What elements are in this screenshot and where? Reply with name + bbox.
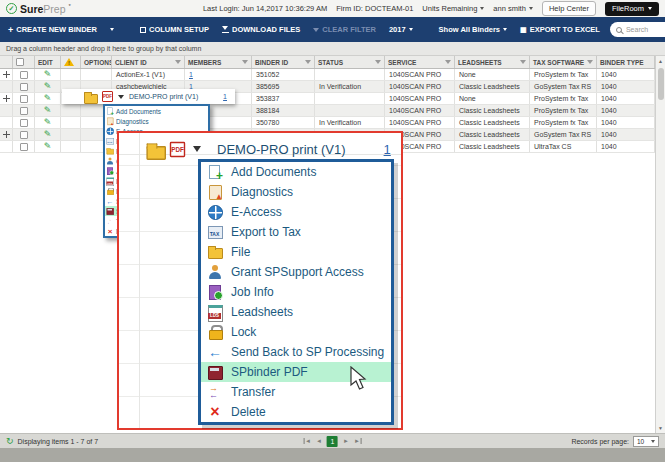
delete-icon bbox=[106, 227, 114, 235]
prev-page-button[interactable]: ◄ bbox=[316, 438, 322, 444]
pdf-icon[interactable] bbox=[102, 91, 113, 102]
column-header-service[interactable]: SERVICE bbox=[385, 56, 455, 68]
row-drag-handle[interactable] bbox=[3, 71, 10, 78]
last-page-button[interactable]: ► bbox=[354, 438, 362, 444]
row-checkbox[interactable] bbox=[20, 71, 28, 79]
column-header-warning[interactable] bbox=[61, 56, 81, 68]
row-checkbox[interactable] bbox=[20, 143, 28, 151]
column-header-edit[interactable]: EDIT bbox=[35, 56, 61, 68]
menu-item-label: Add Documents bbox=[231, 165, 316, 179]
cell-select bbox=[13, 117, 35, 128]
refresh-icon[interactable]: ↻ bbox=[6, 437, 14, 446]
menu-item-diagnostics[interactable]: Diagnostics bbox=[105, 116, 208, 126]
cell-status bbox=[315, 93, 385, 104]
column-header-tax_software[interactable]: TAX SOFTWARE bbox=[530, 56, 597, 68]
help-center-button[interactable]: Help Center bbox=[542, 1, 596, 16]
menu-item-e-access[interactable]: E-Access bbox=[201, 202, 391, 222]
filter-icon[interactable] bbox=[242, 60, 248, 64]
filter-icon[interactable] bbox=[305, 60, 311, 64]
menu-item-file[interactable]: File bbox=[201, 242, 391, 262]
column-header-members[interactable]: MEMBERS bbox=[185, 56, 252, 68]
filter-icon[interactable] bbox=[520, 60, 526, 64]
menu-item-job-info[interactable]: Job Info bbox=[201, 282, 391, 302]
popup-members-link[interactable]: 1 bbox=[223, 93, 227, 100]
first-page-button[interactable]: ◄ bbox=[303, 438, 311, 444]
edit-icon[interactable]: ✎ bbox=[44, 94, 52, 103]
table-row[interactable]: ✎3881841040SCAN PROClassic LeadsheetsPro… bbox=[0, 105, 655, 117]
filter-icon[interactable] bbox=[375, 60, 381, 64]
firm-id-text: Firm ID: DOCTEAM-01 bbox=[336, 4, 413, 13]
menu-item-label: E-Access bbox=[231, 205, 282, 219]
row-drag-handle[interactable] bbox=[3, 95, 10, 102]
records-per-page-select[interactable]: 10 bbox=[633, 436, 659, 447]
folder-icon bbox=[146, 141, 164, 156]
menu-item-leadsheets[interactable]: Leadsheets bbox=[201, 302, 391, 322]
create-new-binder-button[interactable]: + CREATE NEW BINDER bbox=[8, 25, 97, 35]
edit-icon[interactable]: ✎ bbox=[44, 142, 52, 151]
select-all-checkbox[interactable] bbox=[16, 58, 24, 66]
vertical-scrollbar[interactable]: ▲ ▼ bbox=[655, 56, 665, 433]
current-page-badge[interactable]: 1 bbox=[327, 436, 338, 447]
members-link[interactable]: 1 bbox=[189, 71, 193, 78]
filter-icon[interactable] bbox=[175, 60, 181, 64]
row-checkbox[interactable] bbox=[20, 119, 28, 127]
clear-filter-button[interactable]: CLEAR FILTER bbox=[313, 25, 376, 34]
column-header-binder_type[interactable]: BINDER TYPE bbox=[597, 56, 655, 68]
export-to-excel-button[interactable]: ▦ EXPORT TO EXCEL bbox=[520, 25, 600, 34]
scrollbar-thumb[interactable] bbox=[658, 68, 664, 100]
menu-item-send-back-to-sp-processing[interactable]: Send Back to SP Processing bbox=[201, 342, 391, 362]
row-checkbox[interactable] bbox=[20, 95, 28, 103]
units-remaining-dropdown[interactable]: Units Remaining bbox=[422, 4, 484, 13]
row-checkbox[interactable] bbox=[20, 131, 28, 139]
filter-icon[interactable] bbox=[587, 60, 593, 64]
scroll-up-icon[interactable]: ▲ bbox=[656, 58, 665, 64]
group-by-bar[interactable]: Drag a column header and drop it here to… bbox=[0, 42, 665, 56]
row-actions-caret-icon[interactable] bbox=[118, 95, 124, 99]
sureprep-logo: ✓ SurePrep * bbox=[6, 3, 71, 15]
edit-icon[interactable]: ✎ bbox=[44, 130, 52, 139]
table-row[interactable]: ✎350780In Verification1040SCAN PROClassi… bbox=[0, 117, 655, 129]
column-header-client_id[interactable]: CLIENT ID bbox=[112, 56, 185, 68]
fileroom-button[interactable]: FileRoom bbox=[605, 2, 659, 16]
row-checkbox[interactable] bbox=[20, 107, 28, 115]
edit-icon[interactable]: ✎ bbox=[44, 106, 52, 115]
menu-item-add-documents[interactable]: Add Documents bbox=[201, 162, 391, 182]
filter-icon[interactable] bbox=[445, 60, 451, 64]
create-binder-dropdown-caret[interactable] bbox=[110, 28, 114, 31]
job-info-icon bbox=[207, 284, 223, 300]
column-setup-button[interactable]: COLUMN SETUP bbox=[140, 25, 209, 34]
edit-icon[interactable]: ✎ bbox=[44, 118, 52, 127]
row-checkbox[interactable] bbox=[20, 83, 28, 91]
next-page-button[interactable]: ► bbox=[343, 438, 349, 444]
column-header-select[interactable] bbox=[13, 56, 35, 68]
menu-item-export-to-tax[interactable]: Export to Tax bbox=[201, 222, 391, 242]
menu-item-add-documents[interactable]: Add Documents bbox=[105, 106, 208, 116]
chevron-down-icon bbox=[480, 7, 484, 10]
binder-row-popup[interactable]: DEMO-PRO print (V1) 1 bbox=[62, 89, 235, 104]
year-dropdown[interactable]: 2017 bbox=[389, 25, 413, 34]
search-input[interactable] bbox=[626, 26, 665, 33]
column-header-leadsheets[interactable]: LEADSHEETS bbox=[455, 56, 530, 68]
table-row[interactable]: ✎ActionEx-1 (V1)13510521040SCAN PRONoneP… bbox=[0, 69, 655, 81]
menu-item-grant-spsupport-access[interactable]: Grant SPSupport Access bbox=[201, 262, 391, 282]
menu-item-diagnostics[interactable]: Diagnostics bbox=[201, 182, 391, 202]
folder-icon[interactable] bbox=[84, 91, 97, 102]
search-box[interactable] bbox=[610, 22, 665, 37]
column-header-binder_id[interactable]: BINDER ID bbox=[252, 56, 315, 68]
column-header-options[interactable]: OPTIONS bbox=[81, 56, 112, 68]
column-header-status[interactable]: STATUS bbox=[315, 56, 385, 68]
scroll-down-icon[interactable]: ▼ bbox=[656, 425, 665, 431]
column-setup-icon bbox=[140, 27, 146, 33]
cell-service: 1040SCAN PRO bbox=[385, 117, 455, 128]
row-drag-handle[interactable] bbox=[3, 131, 10, 138]
menu-item-delete[interactable]: Delete bbox=[201, 402, 391, 422]
menu-item-lock[interactable]: Lock bbox=[201, 322, 391, 342]
show-all-binders-dropdown[interactable]: Show All Binders bbox=[439, 25, 507, 34]
user-menu[interactable]: ann smith bbox=[493, 4, 533, 13]
column-header-drag[interactable] bbox=[0, 56, 13, 68]
e-access-icon bbox=[207, 204, 223, 220]
column-label: SERVICE bbox=[388, 59, 416, 66]
edit-icon[interactable]: ✎ bbox=[44, 82, 52, 91]
download-files-button[interactable]: DOWNLOAD FILES bbox=[222, 25, 300, 34]
edit-icon[interactable]: ✎ bbox=[44, 70, 52, 79]
